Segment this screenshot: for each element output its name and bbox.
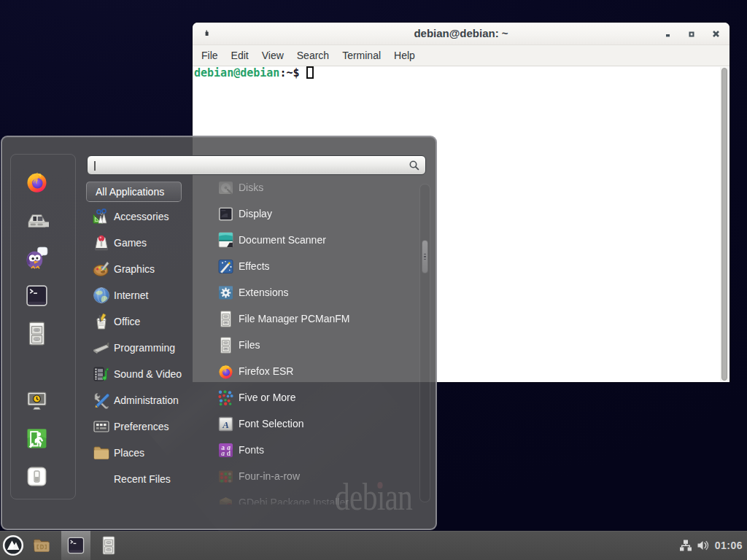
category-office[interactable]: Office [86, 308, 196, 335]
accessories-icon [92, 207, 111, 226]
category-recent-files[interactable]: Recent Files [86, 466, 196, 492]
category-label: Places [114, 447, 144, 459]
favorite-firefox-icon[interactable] [25, 170, 49, 194]
category-all-applications[interactable]: All Applications [86, 182, 182, 202]
gdebi-icon [217, 494, 234, 505]
games-icon [92, 233, 111, 252]
window-button-terminal[interactable] [61, 531, 90, 560]
app-label: Five or More [239, 392, 296, 403]
terminal-menu-search[interactable]: Search [290, 45, 336, 66]
application-menu: All Applications Accessories Games Graph… [1, 136, 437, 530]
app-effects[interactable]: Effects [212, 253, 418, 279]
sound-video-icon [92, 365, 111, 384]
app-four-in-a-row[interactable]: Four-in-a-row [212, 463, 418, 489]
firefox-icon [217, 363, 234, 380]
app-list-scrollbar-thumb[interactable] [422, 240, 428, 273]
category-label: Office [114, 316, 140, 327]
favorite-pidgin-icon[interactable] [25, 246, 49, 270]
app-gdebi-package-installer[interactable]: GDebi Package Installer [212, 489, 418, 505]
administration-icon [92, 391, 111, 410]
places-icon [92, 443, 111, 462]
terminal-prompt: debian@debian:~$ [194, 66, 314, 80]
terminal-menubar: FileEditViewSearchTerminalHelp [193, 45, 729, 66]
app-five-or-more[interactable]: Five or More [212, 384, 418, 411]
terminal-menu-terminal[interactable]: Terminal [336, 45, 387, 66]
category-administration[interactable]: Administration [86, 387, 196, 413]
category-list: All Applications Accessories Games Graph… [86, 182, 196, 492]
category-label: Recent Files [114, 473, 171, 485]
category-label: Internet [114, 289, 148, 301]
prompt-user-host: debian@debian [194, 66, 279, 79]
system-tray: 01:06 [678, 531, 747, 560]
office-icon [92, 312, 111, 331]
category-games[interactable]: Games [86, 230, 196, 256]
category-label: Graphics [114, 263, 155, 275]
fonts-icon: aa ad [217, 442, 234, 459]
effects-icon [217, 258, 234, 275]
launcher-file-cabinet-icon[interactable] [99, 536, 118, 555]
close-button[interactable] [707, 23, 724, 45]
text-caret [94, 161, 96, 171]
application-list: Disks Display Document Scanner Effects E… [212, 174, 418, 505]
network-icon[interactable] [678, 538, 693, 553]
launcher-folder-launcher-icon[interactable] [32, 536, 51, 555]
terminal-menu-view[interactable]: View [255, 45, 290, 66]
app-label: File Manager PCManFM [239, 313, 350, 324]
category-label: Programming [114, 342, 175, 354]
app-display[interactable]: Display [212, 201, 418, 227]
category-label: Games [114, 237, 147, 249]
category-sound-video[interactable]: Sound & Video [86, 361, 196, 387]
favorite-lock-screen-icon[interactable] [25, 389, 49, 413]
app-label: Fonts [239, 444, 264, 456]
graphics-icon [92, 260, 111, 279]
terminal-menu-edit[interactable]: Edit [225, 45, 255, 66]
preferences-icon [92, 417, 111, 436]
svg-text:A: A [222, 419, 229, 429]
clock[interactable]: 01:06 [715, 540, 743, 551]
svg-text:d: d [227, 450, 231, 457]
terminal-title: debian@debian: ~ [193, 23, 729, 45]
app-firefox-esr[interactable]: Firefox ESR [212, 358, 418, 384]
app-disks[interactable]: Disks [212, 174, 418, 201]
scanner-icon [217, 232, 234, 249]
search-input[interactable] [87, 155, 426, 175]
terminal-menu-file[interactable]: File [195, 45, 225, 66]
svg-text:a: a [221, 450, 225, 457]
category-programming[interactable]: Programming [86, 335, 196, 361]
category-preferences[interactable]: Preferences [86, 413, 196, 440]
volume-icon[interactable] [696, 538, 711, 553]
disks-icon [217, 179, 234, 196]
terminal-menu-help[interactable]: Help [387, 45, 422, 66]
app-list-scrollbar[interactable] [419, 184, 430, 502]
four-in-a-row-icon [217, 468, 234, 485]
category-internet[interactable]: Internet [86, 282, 196, 308]
favorite-software-icon[interactable] [25, 208, 49, 232]
app-extensions[interactable]: Extensions [212, 279, 418, 306]
display-icon [217, 206, 234, 222]
maximize-button[interactable] [683, 23, 700, 45]
terminal-scrollbar-thumb[interactable] [721, 68, 727, 381]
extensions-icon [217, 284, 234, 301]
app-file-manager-pcmanfm[interactable]: File Manager PCManFM [212, 306, 418, 332]
app-label: Disks [239, 182, 263, 193]
favorite-shutdown-icon[interactable] [25, 464, 49, 489]
terminal-scrollbar[interactable] [720, 67, 729, 381]
category-accessories[interactable]: Accessories [86, 203, 196, 230]
menu-button[interactable] [2, 534, 24, 556]
favorite-terminal-icon[interactable] [25, 284, 49, 308]
favorites-box [10, 154, 76, 499]
category-label: Sound & Video [114, 368, 182, 380]
terminal-cursor [306, 66, 314, 79]
app-files[interactable]: Files [212, 332, 418, 358]
favorite-logout-icon[interactable] [25, 427, 49, 451]
app-document-scanner[interactable]: Document Scanner [212, 227, 418, 253]
category-places[interactable]: Places [86, 440, 196, 466]
app-fonts[interactable]: aa ad Fonts [212, 437, 418, 463]
minimize-button[interactable] [659, 23, 677, 45]
favorite-file-cabinet-icon[interactable] [25, 322, 49, 346]
app-label: Extensions [239, 287, 288, 298]
app-font-selection[interactable]: A Font Selection [212, 411, 418, 437]
app-label: GDebi Package Installer [239, 497, 349, 505]
category-graphics[interactable]: Graphics [86, 256, 196, 282]
terminal-titlebar[interactable]: debian@debian: ~ [193, 23, 729, 45]
